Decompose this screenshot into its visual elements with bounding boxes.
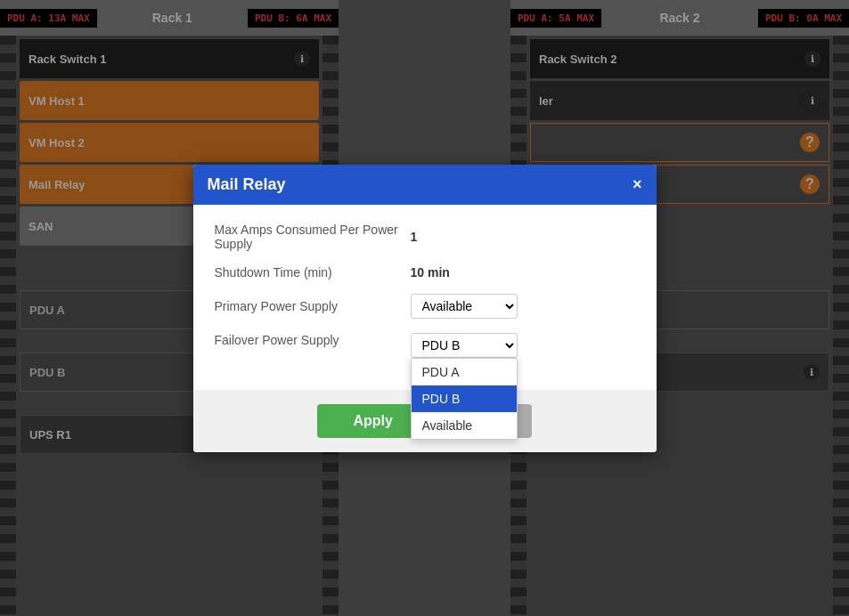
modal-body: Max Amps Consumed Per Power Supply 1 Shu… <box>193 205 657 390</box>
shutdown-value: 10 min <box>411 265 450 280</box>
dropdown-option-pdu-a[interactable]: PDU A <box>412 359 517 385</box>
failover-label: Failover Power Supply <box>215 333 411 347</box>
main-container: PDU A: 13A MAX Rack 1 PDU B: 6A MAX Rack… <box>0 0 849 616</box>
max-amps-value: 1 <box>411 230 418 244</box>
failover-dropdown-menu: PDU A PDU B Available <box>411 358 518 440</box>
modal-title: Mail Relay <box>208 175 286 194</box>
failover-power-select[interactable]: PDU A PDU B Available <box>411 333 518 358</box>
dropdown-option-available[interactable]: Available <box>412 412 517 439</box>
shutdown-label: Shutdown Time (min) <box>215 265 411 280</box>
mail-relay-modal: Mail Relay × Max Amps Consumed Per Power… <box>193 165 657 452</box>
modal-header: Mail Relay × <box>193 165 657 205</box>
form-row-max-amps: Max Amps Consumed Per Power Supply 1 <box>215 223 635 251</box>
failover-dropdown-container: PDU A PDU B Available PDU A PDU B Availa… <box>411 333 518 358</box>
primary-label: Primary Power Supply <box>215 299 411 313</box>
max-amps-label: Max Amps Consumed Per Power Supply <box>215 223 411 251</box>
form-row-primary: Primary Power Supply Available PDU A PDU… <box>215 294 635 319</box>
dropdown-option-pdu-b[interactable]: PDU B <box>412 385 517 412</box>
form-row-failover: Failover Power Supply PDU A PDU B Availa… <box>215 333 635 358</box>
modal-close-button[interactable]: × <box>633 175 642 194</box>
primary-power-select[interactable]: Available PDU A PDU B <box>411 294 518 319</box>
modal-overlay: Mail Relay × Max Amps Consumed Per Power… <box>0 0 849 616</box>
form-row-shutdown: Shutdown Time (min) 10 min <box>215 265 635 280</box>
